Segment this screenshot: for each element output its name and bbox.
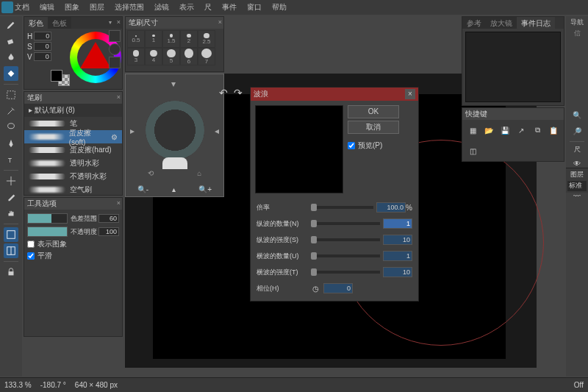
brushsize-cell[interactable]: 1.5 [162, 30, 180, 48]
blend-mode[interactable]: 标准 [567, 181, 587, 191]
wand-tool[interactable] [4, 104, 18, 118]
param-slider[interactable] [311, 238, 380, 241]
brushsize-cell[interactable]: 7 [198, 48, 215, 65]
brush-tool[interactable] [4, 18, 18, 32]
copy-icon[interactable]: ⧉ [531, 124, 543, 136]
menu-ruler[interactable]: 尺 [204, 2, 212, 13]
zoom-out-icon[interactable]: 🔎 [570, 124, 584, 138]
brush-item[interactable]: 蛋皮擦(hard) [24, 143, 122, 157]
menu-file[interactable]: 文档 [15, 2, 29, 13]
lock-tool[interactable] [4, 265, 18, 279]
hue-range-slider[interactable] [27, 213, 68, 224]
redo-icon[interactable]: ↷ [234, 87, 243, 100]
menu-event[interactable]: 事件 [222, 2, 237, 13]
menu-select[interactable]: 选择范围 [115, 2, 144, 13]
crop-icon[interactable]: ◫ [467, 145, 478, 157]
zoom-in-icon[interactable]: 🔍 [570, 107, 584, 122]
cancel-button[interactable]: 取消 [348, 121, 399, 134]
brush-item[interactable]: 透明水彩 [24, 157, 122, 170]
menu-layer[interactable]: 图层 [90, 2, 104, 13]
param-value[interactable] [383, 267, 412, 277]
brushsize-cell[interactable]: 4 [145, 48, 162, 65]
ok-button[interactable]: OK [348, 105, 399, 118]
hand-tool[interactable] [4, 206, 18, 221]
h-input[interactable] [34, 32, 51, 40]
brush-item[interactable]: 蛋皮擦(soft)⚙ [24, 130, 122, 143]
brushsize-cell[interactable]: 2.5 [198, 30, 215, 48]
sv-triangle[interactable] [80, 42, 111, 68]
close-icon[interactable]: × [117, 93, 121, 101]
zoom-in-icon[interactable]: 🔍+ [198, 185, 212, 193]
param-value[interactable] [383, 251, 412, 261]
preview-checkbox[interactable] [348, 142, 355, 149]
zoom-out-icon[interactable]: 🔍- [137, 185, 148, 193]
menu-edit[interactable]: 编辑 [40, 2, 54, 13]
clock-icon[interactable]: ◷ [312, 285, 319, 293]
close-icon[interactable]: × [117, 18, 121, 26]
param-slider[interactable] [311, 254, 380, 257]
arrow-left-icon[interactable]: ◂ [215, 126, 219, 136]
tab-nav[interactable]: 导航 [570, 18, 584, 27]
smooth-checkbox[interactable] [27, 252, 35, 260]
color-mode-icon[interactable] [109, 43, 121, 55]
param-value[interactable] [376, 202, 406, 213]
brush-group[interactable]: ▸ 默认笔刷 (8) [24, 104, 122, 117]
reset-view-icon[interactable]: ⟲ [148, 169, 154, 177]
menu-image[interactable]: 图象 [65, 2, 79, 13]
layers-tab[interactable]: 图层 [570, 170, 584, 179]
eraser-tool[interactable] [4, 34, 18, 49]
grid-a-tool[interactable] [4, 227, 18, 242]
undo-icon[interactable]: ↶ [219, 87, 228, 100]
grid-b-tool[interactable] [4, 243, 18, 258]
menu-help[interactable]: 帮助 [272, 2, 287, 13]
text-tool[interactable]: T [4, 152, 18, 167]
brushsize-cell[interactable]: 2 [180, 30, 198, 48]
param-value[interactable] [383, 235, 412, 245]
paste-icon[interactable]: 📋 [548, 124, 559, 136]
tab-swatch[interactable]: 色板 [48, 17, 71, 29]
arrow-up-icon[interactable]: ▴ [172, 185, 176, 193]
panel-menu-icon[interactable]: ▾ [109, 19, 112, 26]
blend-tool[interactable] [4, 50, 18, 65]
arrow-right-icon[interactable]: ▸ [130, 126, 135, 136]
brushsize-cell[interactable]: 1 [145, 30, 162, 48]
tab-eventlog[interactable]: 事件日志 [517, 17, 555, 29]
export-icon[interactable]: ↗ [515, 124, 527, 136]
brushsize-cell[interactable]: 3 [127, 48, 145, 65]
open-icon[interactable]: 📂 [483, 124, 495, 136]
menu-view[interactable]: 表示 [179, 2, 194, 13]
opacity-slider[interactable] [27, 227, 68, 237]
close-icon[interactable]: × [117, 199, 121, 207]
ruler-label[interactable]: 尺 [574, 145, 581, 154]
home-icon[interactable]: ⌂ [197, 169, 201, 177]
tab-info[interactable]: 信 [574, 29, 581, 38]
brush-item[interactable]: 不透明水彩 [24, 170, 122, 183]
color-mode-icon[interactable] [109, 57, 121, 68]
marquee-tool[interactable] [4, 88, 18, 102]
new-icon[interactable]: ▦ [467, 124, 478, 136]
tab-color[interactable]: 彩色 [24, 17, 48, 29]
rotation-handle[interactable] [162, 157, 187, 169]
navigator-thumbnail[interactable] [465, 32, 561, 102]
lasso-tool[interactable] [4, 120, 18, 135]
pen-tool[interactable] [4, 136, 18, 151]
brushsize-cell[interactable]: 6 [180, 48, 198, 65]
param-slider[interactable] [311, 206, 373, 209]
param-slider[interactable] [311, 271, 380, 274]
tab-reference[interactable]: 参考 [462, 17, 486, 29]
menu-filter[interactable]: 滤镜 [154, 2, 169, 13]
arrow-down-icon[interactable]: ▾ [171, 79, 176, 89]
color-mode-icon[interactable] [109, 30, 121, 42]
bucket-tool[interactable] [4, 66, 18, 81]
rotation-ring[interactable] [146, 101, 204, 160]
brush-item[interactable]: 空气刷 [24, 183, 122, 196]
param-slider[interactable] [311, 222, 380, 225]
menu-window[interactable]: 窗口 [247, 2, 262, 13]
close-icon[interactable]: × [405, 89, 415, 99]
hue-range-value[interactable] [98, 214, 119, 223]
color-swatches[interactable] [51, 70, 70, 85]
opacity-value[interactable] [98, 227, 119, 236]
v-input[interactable] [34, 52, 51, 61]
brushsize-cell[interactable]: 5 [162, 48, 180, 65]
close-icon[interactable]: × [218, 18, 222, 26]
